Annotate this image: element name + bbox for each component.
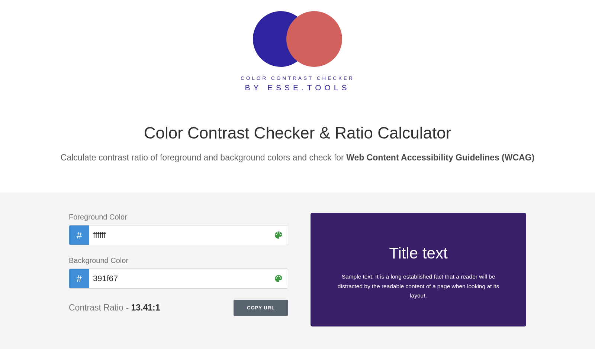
ratio-value: 13.41:1 bbox=[131, 303, 160, 312]
palette-icon bbox=[274, 230, 283, 240]
foreground-palette-button[interactable] bbox=[269, 225, 288, 245]
foreground-input[interactable] bbox=[89, 225, 269, 245]
preview-panel: Title text Sample text: It is a long est… bbox=[311, 213, 526, 326]
logo-subtitle: COLOR CONTRAST CHECKER bbox=[0, 75, 595, 81]
hash-prefix: # bbox=[69, 269, 89, 288]
page-subtitle: Calculate contrast ratio of foreground a… bbox=[0, 153, 595, 163]
logo-circle-right bbox=[286, 11, 342, 67]
background-palette-button[interactable] bbox=[269, 269, 288, 288]
subtitle-prefix: Calculate contrast ratio of foreground a… bbox=[61, 153, 346, 162]
palette-icon bbox=[274, 274, 283, 283]
foreground-label: Foreground Color bbox=[69, 213, 288, 221]
background-input-group: # bbox=[69, 269, 288, 289]
hash-prefix: # bbox=[69, 225, 89, 245]
contrast-ratio: Contrast Ratio - 13.41:1 bbox=[69, 303, 160, 313]
logo-venn bbox=[249, 9, 346, 69]
ratio-label: Contrast Ratio - bbox=[69, 303, 131, 312]
background-input[interactable] bbox=[89, 269, 269, 288]
subtitle-bold: Web Content Accessibility Guidelines (WC… bbox=[346, 153, 534, 162]
logo-byline: BY ESSE.TOOLS bbox=[0, 83, 595, 92]
page-title: Color Contrast Checker & Ratio Calculato… bbox=[0, 124, 595, 142]
foreground-input-group: # bbox=[69, 225, 288, 245]
preview-body-text: Sample text: It is a long established fa… bbox=[329, 272, 508, 300]
copy-url-button[interactable]: COPY URL bbox=[234, 300, 288, 316]
background-label: Background Color bbox=[69, 256, 288, 265]
preview-title-text: Title text bbox=[325, 244, 511, 262]
